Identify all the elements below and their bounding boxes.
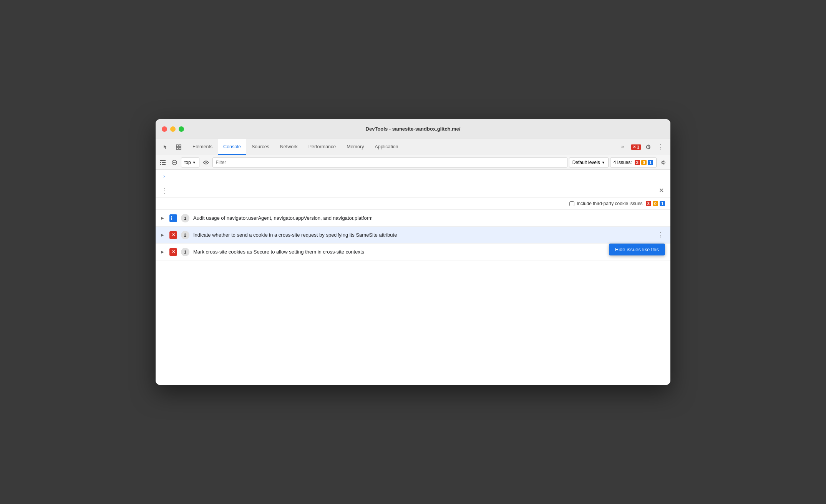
svg-rect-5 bbox=[162, 162, 166, 163]
inspect-icon[interactable] bbox=[173, 142, 184, 153]
issue-row[interactable]: ▶ ✕ 2 Indicate whether to send a cookie … bbox=[156, 227, 670, 244]
third-party-badges: 3 0 1 bbox=[646, 201, 665, 206]
sidebar-toggle-icon[interactable] bbox=[158, 158, 168, 167]
warn-count-badge: 0 bbox=[641, 160, 647, 165]
third-party-info-badge: 1 bbox=[660, 201, 665, 206]
info-count-badge: 1 bbox=[648, 160, 653, 165]
tabbar: Elements Console Sources Network Perform… bbox=[156, 139, 670, 155]
svg-point-12 bbox=[662, 161, 664, 163]
hide-issues-popup[interactable]: Hide issues like this bbox=[609, 244, 665, 255]
tab-memory[interactable]: Memory bbox=[341, 139, 369, 155]
third-party-checkbox[interactable] bbox=[569, 201, 574, 206]
error-count-badge: 3 bbox=[635, 160, 640, 165]
issue-row[interactable]: ▶ ✕ 1 Mark cross-site cookies as Secure … bbox=[156, 244, 670, 260]
tab-performance[interactable]: Performance bbox=[303, 139, 342, 155]
issues-badge: ✕ 3 bbox=[631, 144, 641, 150]
issues-count-bar: 4 Issues: 3 0 1 bbox=[610, 158, 657, 167]
tab-more[interactable]: » bbox=[616, 144, 629, 150]
fullscreen-button[interactable] bbox=[179, 126, 184, 132]
issue-count: 1 bbox=[181, 248, 189, 256]
cursor-icon[interactable] bbox=[160, 142, 171, 153]
default-levels-selector[interactable]: Default levels ▼ bbox=[569, 158, 609, 167]
issue-count: 1 bbox=[181, 214, 189, 222]
issue-count: 2 bbox=[181, 231, 189, 239]
svg-rect-13 bbox=[171, 217, 172, 220]
issues-menu-icon[interactable]: ⋮ bbox=[160, 186, 169, 195]
window-title: DevTools - samesite-sandbox.glitch.me/ bbox=[366, 126, 461, 132]
svg-rect-4 bbox=[160, 160, 166, 161]
issues-header-left: ⋮ bbox=[160, 186, 169, 195]
expand-icon: ▶ bbox=[161, 233, 166, 237]
expand-icon: ▶ bbox=[161, 250, 166, 254]
issue-type-error-icon: ✕ bbox=[169, 231, 177, 239]
issue-type-info-icon bbox=[169, 214, 177, 222]
tab-console[interactable]: Console bbox=[218, 139, 246, 155]
tab-sources[interactable]: Sources bbox=[246, 139, 275, 155]
tab-icon-group bbox=[157, 139, 187, 155]
third-party-warn-badge: 0 bbox=[653, 201, 658, 206]
issue-text: Audit usage of navigator.userAgent, navi… bbox=[193, 215, 665, 221]
svg-rect-7 bbox=[160, 162, 161, 163]
minimize-button[interactable] bbox=[170, 126, 176, 132]
main-content: › ⋮ ✕ Include third-party cookie issues … bbox=[156, 170, 670, 385]
close-button[interactable] bbox=[162, 126, 167, 132]
issue-text: Indicate whether to send a cookie in a c… bbox=[193, 232, 652, 238]
tab-network[interactable]: Network bbox=[275, 139, 303, 155]
console-toolbar: top ▼ Default levels ▼ 4 Issues: 3 0 1 bbox=[156, 155, 670, 170]
svg-rect-14 bbox=[171, 216, 172, 217]
svg-point-11 bbox=[205, 162, 207, 163]
issues-close-button[interactable]: ✕ bbox=[657, 186, 666, 195]
settings-icon[interactable]: ⚙ bbox=[643, 142, 654, 153]
third-party-row: Include third-party cookie issues 3 0 1 bbox=[156, 198, 670, 210]
issue-row[interactable]: ▶ 1 Audit usage of navigator.userAgent, … bbox=[156, 210, 670, 227]
tab-application[interactable]: Application bbox=[369, 139, 403, 155]
issue-type-error-icon: ✕ bbox=[169, 248, 177, 256]
console-settings-icon[interactable] bbox=[658, 158, 668, 167]
svg-rect-6 bbox=[162, 164, 166, 165]
svg-rect-8 bbox=[160, 164, 161, 165]
titlebar: DevTools - samesite-sandbox.glitch.me/ bbox=[156, 119, 670, 139]
svg-rect-0 bbox=[176, 145, 178, 147]
issue-text: Mark cross-site cookies as Secure to all… bbox=[193, 249, 665, 255]
issues-header: ⋮ ✕ bbox=[156, 183, 670, 198]
expand-icon: ▶ bbox=[161, 216, 166, 220]
third-party-error-badge: 3 bbox=[646, 201, 651, 206]
filter-input[interactable] bbox=[212, 158, 567, 167]
svg-rect-1 bbox=[179, 145, 181, 147]
tab-right-area: » ✕ 3 ⚙ ⋮ bbox=[616, 139, 669, 155]
svg-rect-3 bbox=[179, 148, 181, 149]
traffic-lights bbox=[162, 126, 184, 132]
issue-more-button[interactable]: ⋮ bbox=[656, 230, 665, 240]
svg-rect-2 bbox=[176, 148, 178, 149]
context-selector[interactable]: top ▼ bbox=[181, 158, 199, 167]
clear-console-icon[interactable] bbox=[169, 158, 179, 167]
more-options-icon[interactable]: ⋮ bbox=[655, 142, 666, 153]
eye-icon[interactable] bbox=[201, 158, 211, 167]
console-chevron-icon[interactable]: › bbox=[159, 171, 169, 181]
tab-elements[interactable]: Elements bbox=[187, 139, 218, 155]
third-party-checkbox-label[interactable]: Include third-party cookie issues bbox=[569, 201, 642, 206]
devtools-window: DevTools - samesite-sandbox.glitch.me/ E… bbox=[156, 119, 670, 385]
